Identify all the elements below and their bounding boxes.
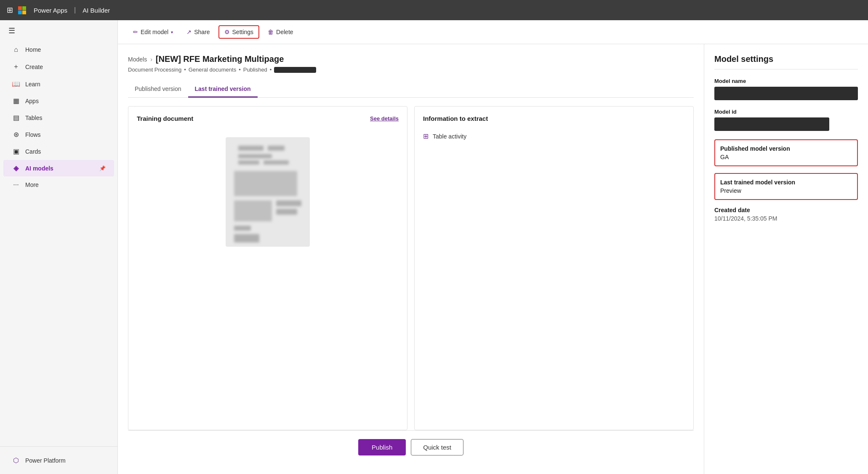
home-icon: ⌂ (12, 46, 20, 53)
sidebar-item-tables-label: Tables (25, 115, 42, 121)
sidebar-item-cards-label: Cards (25, 148, 41, 155)
edit-model-button[interactable]: ✏ Edit model ▾ (128, 26, 178, 38)
edit-icon: ✏ (133, 29, 138, 35)
extract-item-table-activity: ⊞ Table activity (423, 129, 685, 144)
breadcrumb: Models › [NEW] RFE Marketing Multipage (128, 54, 694, 64)
sidebar-item-power-platform[interactable]: ⬡ Power Platform (3, 452, 114, 469)
sidebar-item-flows[interactable]: ⊛ Flows (3, 126, 114, 143)
sidebar-item-learn-label: Learn (25, 81, 40, 88)
sidebar-nav: ⌂ Home ＋ Create 📖 Learn ▦ Apps ▤ Tables … (0, 41, 117, 446)
cards-container: Training document See details (128, 106, 694, 430)
model-name-value[interactable] (714, 87, 858, 100)
created-date-value: 10/11/2024, 5:35:05 PM (714, 215, 858, 222)
power-platform-icon: ⬡ (12, 456, 20, 464)
hamburger-icon[interactable]: ☰ (0, 20, 117, 41)
sidebar-item-home-label: Home (25, 46, 41, 53)
topbar-app-name: Power Apps (34, 7, 67, 14)
see-details-link[interactable]: See details (370, 115, 399, 122)
sidebar-item-create[interactable]: ＋ Create (3, 58, 114, 75)
sidebar-item-apps[interactable]: ▦ Apps (3, 93, 114, 109)
delete-icon: 🗑 (268, 29, 274, 35)
extract-card-title: Information to extract (423, 115, 488, 122)
topbar-section: AI Builder (83, 7, 110, 14)
page-subtitle: Document Processing • General documents … (128, 67, 694, 73)
publish-button[interactable]: Publish (358, 439, 406, 455)
topbar: ⊞ Power Apps | AI Builder (0, 0, 868, 20)
topbar-separator: | (74, 6, 76, 14)
model-name-label: Model name (714, 78, 858, 84)
settings-icon: ⚙ (224, 29, 230, 35)
sidebar-item-create-label: Create (25, 64, 43, 70)
subtitle-type: Document Processing (128, 67, 181, 73)
delete-button[interactable]: 🗑 Delete (263, 26, 298, 38)
model-id-field: Model id (714, 109, 858, 131)
sidebar-item-cards[interactable]: ▣ Cards (3, 143, 114, 160)
ai-models-icon: ◈ (12, 164, 20, 172)
sidebar-bottom: ⬡ Power Platform (0, 446, 117, 474)
last-trained-version-section: Last trained model version Preview (714, 173, 858, 200)
sidebar-item-tables[interactable]: ▤ Tables (3, 109, 114, 126)
sidebar-item-learn[interactable]: 📖 Learn (3, 76, 114, 92)
cards-icon: ▣ (12, 147, 20, 155)
sidebar-item-flows-label: Flows (25, 131, 41, 138)
edit-model-chevron: ▾ (171, 30, 173, 35)
extract-item-label: Table activity (433, 133, 466, 140)
last-trained-version-label: Last trained model version (720, 179, 852, 186)
edit-model-label: Edit model (141, 29, 168, 35)
sidebar-item-more[interactable]: ··· More (3, 177, 114, 193)
flows-icon: ⊛ (12, 130, 20, 138)
action-bar: Publish Quick test (128, 430, 694, 464)
model-name-field: Model name (714, 78, 858, 100)
training-document-card: Training document See details (128, 106, 407, 430)
toolbar: ✏ Edit model ▾ ↗ Share ⚙ Settings 🗑 Dele… (118, 20, 868, 44)
settings-button[interactable]: ⚙ Settings (218, 25, 260, 39)
page-content: Models › [NEW] RFE Marketing Multipage D… (118, 44, 704, 474)
grid-icon[interactable]: ⊞ (7, 5, 13, 15)
breadcrumb-chevron: › (150, 56, 152, 63)
share-icon: ↗ (186, 29, 192, 35)
training-card-title: Training document (137, 115, 193, 122)
share-label: Share (194, 29, 210, 35)
more-icon: ··· (12, 181, 20, 189)
sidebar-item-ai-models[interactable]: ◈ AI models 📌 (3, 160, 114, 176)
settings-label: Settings (232, 29, 254, 35)
published-version-section: Published model version GA (714, 139, 858, 166)
sidebar-item-power-platform-label: Power Platform (25, 457, 66, 464)
model-id-value (714, 117, 829, 131)
last-trained-version-value: Preview (720, 187, 852, 194)
share-button[interactable]: ↗ Share (181, 26, 215, 38)
information-extract-card: Information to extract ⊞ Table activity (414, 106, 694, 430)
settings-panel: Model settings Model name Model id Publi… (704, 44, 868, 474)
tabs: Published version Last trained version (128, 81, 694, 98)
breadcrumb-parent[interactable]: Models (128, 56, 147, 63)
sidebar-item-home[interactable]: ⌂ Home (3, 42, 114, 58)
create-icon: ＋ (12, 62, 20, 71)
settings-panel-title: Model settings (714, 54, 858, 69)
sidebar-item-more-label: More (25, 181, 39, 188)
microsoft-logo (18, 6, 26, 14)
subtitle-redacted (274, 67, 316, 73)
subtitle-status: Published (243, 67, 267, 73)
created-date-label: Created date (714, 207, 858, 213)
published-version-value: GA (720, 154, 852, 160)
subtitle-subtype: General documents (189, 67, 236, 73)
document-preview (226, 137, 310, 247)
sidebar-item-apps-label: Apps (25, 98, 39, 104)
main-layout: ☰ ⌂ Home ＋ Create 📖 Learn ▦ Apps ▤ Table… (0, 20, 868, 474)
model-id-label: Model id (714, 109, 858, 115)
main-content: Models › [NEW] RFE Marketing Multipage D… (118, 44, 868, 474)
tab-published-version[interactable]: Published version (128, 81, 188, 98)
tab-last-trained-version[interactable]: Last trained version (188, 81, 258, 98)
content-wrapper: ✏ Edit model ▾ ↗ Share ⚙ Settings 🗑 Dele… (118, 20, 868, 474)
tables-icon: ▤ (12, 114, 20, 122)
published-version-label: Published model version (720, 145, 852, 152)
apps-icon: ▦ (12, 97, 20, 105)
doc-preview-area (137, 129, 399, 255)
delete-label: Delete (276, 29, 293, 35)
pin-icon: 📌 (99, 165, 106, 171)
sidebar: ☰ ⌂ Home ＋ Create 📖 Learn ▦ Apps ▤ Table… (0, 20, 118, 474)
extract-items-list: ⊞ Table activity (423, 129, 685, 144)
learn-icon: 📖 (12, 80, 20, 88)
created-date-field: Created date 10/11/2024, 5:35:05 PM (714, 207, 858, 222)
quick-test-button[interactable]: Quick test (411, 439, 463, 455)
